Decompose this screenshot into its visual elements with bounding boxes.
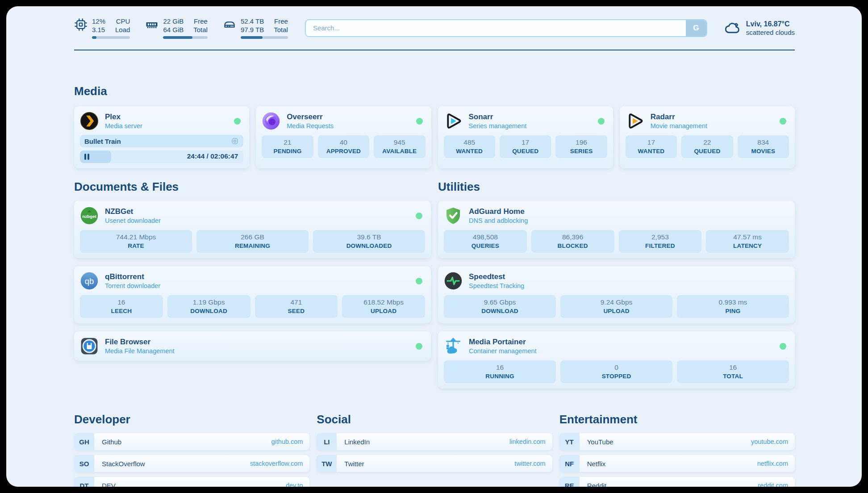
- stat-tile: 16 TOTAL: [677, 360, 789, 383]
- link-url: github.com: [271, 438, 303, 445]
- link-row-stackoverflow[interactable]: SO StackOverflow stackoverflow.com: [74, 455, 309, 472]
- stat-tile: 618.52 Mbps UPLOAD: [342, 295, 425, 318]
- link-name: LinkedIn: [344, 438, 370, 446]
- stat-label: SEED: [256, 308, 337, 314]
- link-name: Twitter: [344, 460, 364, 468]
- radarr-icon: [626, 112, 644, 130]
- section-title-documents: Documents & Files: [74, 180, 431, 194]
- nzbget-card[interactable]: nzbget NZBGet Usenet downloader 744.21 M…: [74, 201, 431, 258]
- ram-total-value: 64 GiB: [163, 25, 184, 34]
- link-badge: DT: [74, 477, 94, 487]
- search-input[interactable]: [305, 19, 707, 37]
- adguard-card[interactable]: AdGuard Home DNS and adblocking 498,508 …: [438, 201, 795, 258]
- stat-label: QUEUED: [501, 148, 550, 155]
- radarr-card[interactable]: Radarr Movie management 17 WANTED 22 QUE…: [620, 106, 795, 168]
- app-name: Speedtest: [469, 272, 524, 281]
- stat-value: 16: [445, 363, 555, 372]
- disk-icon: [223, 18, 236, 31]
- cpu-progress-track: [92, 36, 130, 39]
- stat-label: RUNNING: [445, 373, 555, 380]
- link-row-github[interactable]: GH Github github.com: [74, 433, 309, 450]
- stat-value: 16: [81, 298, 162, 306]
- link-name: Reddit: [587, 482, 606, 487]
- link-row-twitter[interactable]: TW Twitter twitter.com: [317, 455, 552, 472]
- media-cards-row: Plex Media server Bullet Train: [74, 106, 795, 168]
- sonarr-card[interactable]: Sonarr Series management 485 WANTED 17 Q…: [438, 106, 613, 168]
- stat-tile: 17 QUEUED: [500, 135, 551, 158]
- stat-tile: 9.24 Gbps UPLOAD: [560, 295, 672, 318]
- status-dot: [416, 343, 422, 350]
- app-subtitle: Movie management: [651, 122, 707, 130]
- stat-value: 16: [678, 363, 788, 372]
- ram-free-label: Free: [193, 17, 208, 25]
- ram-free-value: 22 GiB: [163, 17, 184, 25]
- stat-label: RATE: [81, 242, 191, 249]
- entertainment-links-section: Entertainment YT YouTube youtube.com NF …: [559, 413, 795, 487]
- status-dot: [416, 118, 423, 125]
- stat-label: WANTED: [626, 148, 676, 155]
- now-playing-title: Bullet Train: [84, 138, 121, 145]
- portainer-crane-icon: [444, 337, 463, 355]
- stat-tile: 16 RUNNING: [444, 360, 556, 383]
- status-dot: [234, 118, 241, 125]
- weather-location-temp: Lviv, 16.87°C: [746, 20, 795, 28]
- stat-tile: 498,508 QUERIES: [444, 230, 527, 253]
- plex-card[interactable]: Plex Media server Bullet Train: [74, 106, 249, 168]
- cpu-progress-fill: [92, 36, 96, 39]
- link-row-reddit[interactable]: RE Reddit reddit.com: [559, 477, 795, 487]
- link-row-dev[interactable]: DT DEV dev.to: [74, 477, 309, 487]
- playback-progress-bar: 24:44 / 02:06:47: [80, 150, 243, 163]
- stat-tile: 196 SERIES: [555, 135, 607, 158]
- app-subtitle: Media Requests: [287, 122, 334, 130]
- plex-icon: [80, 112, 99, 130]
- disk-free-value: 52.4 TB: [241, 17, 264, 25]
- stat-tile: 1.19 Gbps DOWNLOAD: [167, 295, 250, 318]
- stat-value: 2,953: [620, 233, 701, 241]
- stat-label: QUEUED: [682, 148, 732, 155]
- stat-value: 0: [561, 363, 672, 372]
- status-dot: [598, 118, 605, 125]
- link-badge: TW: [317, 455, 337, 472]
- speedtest-card[interactable]: Speedtest Speedtest Tracking 9.65 Gbps D…: [438, 266, 795, 323]
- stat-label: DOWNLOAD: [168, 308, 250, 314]
- link-url: dev.to: [286, 482, 303, 487]
- stat-value: 17: [626, 138, 676, 146]
- search-engine-button[interactable]: G: [686, 20, 706, 36]
- overseerr-card[interactable]: Overseerr Media Requests 21 PENDING 40 A…: [256, 106, 431, 168]
- stat-label: SERIES: [556, 148, 606, 155]
- app-name: Radarr: [651, 113, 707, 121]
- topbar-divider: [74, 50, 795, 50]
- search-bar: G: [305, 19, 707, 37]
- link-url: twitter.com: [514, 460, 545, 467]
- stat-tile: 16 LEECH: [80, 295, 163, 318]
- stat-label: DOWNLOADED: [314, 242, 424, 249]
- app-name: AdGuard Home: [469, 207, 528, 216]
- stat-label: QUERIES: [445, 242, 526, 249]
- qbittorrent-icon: qb: [80, 272, 99, 290]
- overseerr-icon: [262, 112, 280, 130]
- stat-value: 40: [319, 138, 368, 146]
- link-row-netflix[interactable]: NF Netflix netflix.com: [559, 455, 795, 472]
- stat-label: MOVIES: [739, 148, 788, 155]
- svg-text:nzbget: nzbget: [82, 214, 96, 219]
- status-dot: [780, 118, 786, 125]
- stat-value: 1.19 Gbps: [168, 298, 250, 306]
- link-badge: SO: [74, 455, 94, 472]
- filebrowser-card[interactable]: File Browser Media File Management: [74, 331, 431, 361]
- ram-progress-track: [163, 36, 208, 39]
- stat-tile: 2,953 FILTERED: [619, 230, 702, 253]
- stat-value: 618.52 Mbps: [343, 298, 424, 306]
- hardware-stats: 12% CPU 3.15 Load: [74, 17, 288, 39]
- link-row-linkedin[interactable]: LI LinkedIn linkedin.com: [317, 433, 552, 450]
- link-name: DEV: [102, 482, 116, 487]
- stat-value: 0.993 ms: [678, 298, 788, 306]
- disk-progress-fill: [241, 36, 263, 39]
- stat-label: PENDING: [263, 148, 312, 155]
- link-url: netflix.com: [757, 460, 788, 467]
- top-bar: 12% CPU 3.15 Load: [74, 17, 795, 39]
- link-row-youtube[interactable]: YT YouTube youtube.com: [559, 433, 795, 450]
- portainer-card[interactable]: Media Portainer Container management 16 …: [438, 331, 795, 389]
- ram-progress-fill: [163, 36, 192, 39]
- stat-tile: 22 QUEUED: [681, 135, 733, 158]
- qbittorrent-card[interactable]: qb qBittorrent Torrent downloader 16 LEE…: [74, 266, 431, 323]
